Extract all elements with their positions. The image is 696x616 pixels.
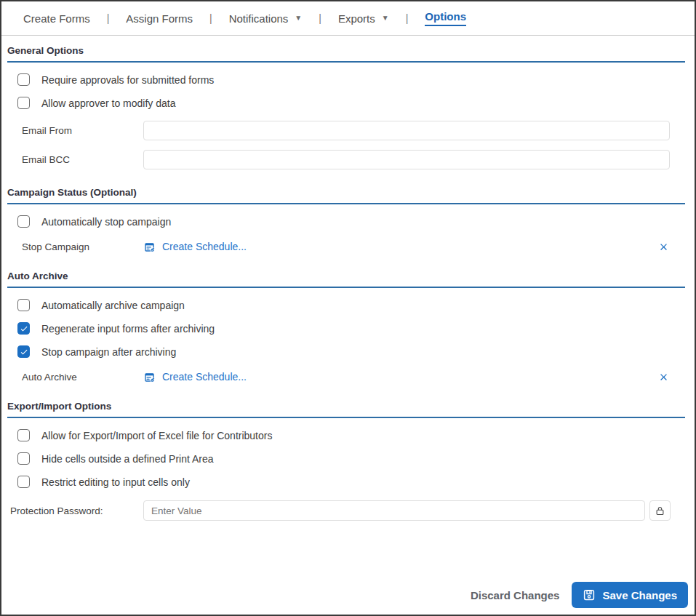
save-icon (583, 588, 596, 601)
email-bcc-label: Email BCC (22, 154, 143, 165)
checkbox-label: Require approvals for submitted forms (41, 74, 214, 86)
check-icon (20, 324, 28, 333)
checkbox-row: Allow approver to modify data (17, 97, 685, 109)
checkbox-label: Automatically archive campaign (41, 300, 185, 311)
protection-password-label: Protection Password: (10, 505, 143, 516)
tab-exports[interactable]: Exports ▼ (338, 12, 389, 25)
tab-options-label: Options (425, 10, 466, 26)
checkbox-label: Allow approver to modify data (41, 97, 175, 109)
auto-archive-schedule-row: Auto Archive Create Schedule... (22, 370, 670, 383)
tab-notifications-label: Notifications (229, 12, 289, 25)
nav-separator: | (209, 12, 212, 24)
create-schedule-link-label: Create Schedule... (162, 371, 247, 383)
tab-assign-forms[interactable]: Assign Forms (126, 12, 193, 25)
checkbox-row: Automatically archive campaign (17, 299, 685, 311)
checkbox-label: Hide cells outside a defined Print Area (41, 453, 214, 465)
tab-assign-forms-label: Assign Forms (126, 12, 193, 25)
checkbox-row: Regenerate input forms after archiving (17, 322, 685, 335)
checkbox-auto-archive-campaign[interactable] (17, 299, 30, 311)
checkbox-require-approvals[interactable] (17, 73, 30, 86)
save-changes-button[interactable]: Save Changes (572, 582, 688, 608)
chevron-down-icon: ▼ (382, 15, 389, 22)
checkbox-label: Regenerate input forms after archiving (41, 323, 215, 335)
checkbox-restrict-editing-input-cells[interactable] (17, 476, 30, 488)
nav-separator: | (406, 12, 409, 24)
nav-separator: | (107, 12, 110, 24)
checkbox-label: Automatically stop campaign (41, 216, 171, 228)
lock-button[interactable] (649, 500, 671, 521)
calendar-edit-icon (143, 241, 156, 253)
checkbox-label: Restrict editing to input cells only (41, 476, 190, 488)
checkbox-hide-cells-outside-print-area[interactable] (17, 452, 30, 465)
checkbox-stop-campaign-after-archive[interactable] (17, 345, 30, 358)
email-bcc-input[interactable] (143, 150, 670, 169)
tab-exports-label: Exports (338, 12, 375, 25)
checkbox-row: Stop campaign after archiving (17, 345, 685, 358)
clear-schedule-button[interactable] (657, 240, 670, 253)
nav-separator: | (319, 12, 321, 24)
tab-options[interactable]: Options (425, 10, 466, 26)
close-icon (658, 372, 669, 383)
save-changes-label: Save Changes (602, 589, 677, 601)
stop-campaign-schedule-row: Stop Campaign Create Schedule... (22, 240, 670, 253)
section-title-general-options: General Options (7, 45, 685, 63)
email-from-row: Email From (22, 121, 670, 140)
email-from-label: Email From (22, 125, 143, 136)
calendar-edit-icon (143, 371, 156, 383)
create-schedule-link-auto-archive[interactable]: Create Schedule... (143, 371, 247, 383)
clear-schedule-button[interactable] (657, 370, 670, 383)
chevron-down-icon: ▼ (295, 15, 302, 22)
section-title-export-import: Export/Import Options (7, 401, 685, 418)
checkbox-row: Restrict editing to input cells only (17, 476, 685, 488)
options-content: General Options Require approvals for su… (1, 36, 695, 615)
tab-create-forms-label: Create Forms (23, 12, 90, 25)
protection-password-row: Protection Password: (10, 500, 671, 521)
checkbox-allow-excel-export-import[interactable] (17, 429, 30, 441)
checkbox-regenerate-forms[interactable] (17, 322, 30, 335)
section-title-campaign-status: Campaign Status (Optional) (7, 187, 685, 204)
top-nav: Create Forms | Assign Forms | Notificati… (1, 1, 695, 36)
check-icon (20, 348, 28, 356)
create-schedule-link-stop-campaign[interactable]: Create Schedule... (143, 241, 247, 253)
discard-changes-button[interactable]: Discard Changes (469, 583, 561, 607)
create-schedule-link-label: Create Schedule... (162, 241, 247, 252)
protection-password-input[interactable] (143, 500, 645, 521)
tab-notifications[interactable]: Notifications ▼ (229, 12, 303, 25)
options-page: Create Forms | Assign Forms | Notificati… (0, 0, 696, 616)
checkbox-allow-approver-modify[interactable] (17, 97, 30, 109)
email-from-input[interactable] (143, 121, 670, 140)
checkbox-row: Automatically stop campaign (17, 215, 685, 228)
checkbox-row: Allow for Export/Import of Excel file fo… (17, 429, 685, 441)
tab-create-forms[interactable]: Create Forms (23, 12, 90, 25)
footer-actions: Discard Changes Save Changes (1, 582, 695, 615)
email-bcc-row: Email BCC (22, 150, 670, 169)
stop-campaign-label: Stop Campaign (22, 241, 143, 252)
checkbox-label: Allow for Export/Import of Excel file fo… (41, 430, 272, 441)
close-icon (658, 241, 669, 252)
checkbox-auto-stop-campaign[interactable] (17, 215, 30, 228)
section-title-auto-archive: Auto Archive (7, 271, 685, 288)
checkbox-row: Require approvals for submitted forms (17, 73, 685, 86)
checkbox-row: Hide cells outside a defined Print Area (17, 452, 685, 465)
lock-icon (655, 505, 665, 516)
auto-archive-label: Auto Archive (22, 372, 143, 383)
checkbox-label: Stop campaign after archiving (41, 346, 176, 358)
